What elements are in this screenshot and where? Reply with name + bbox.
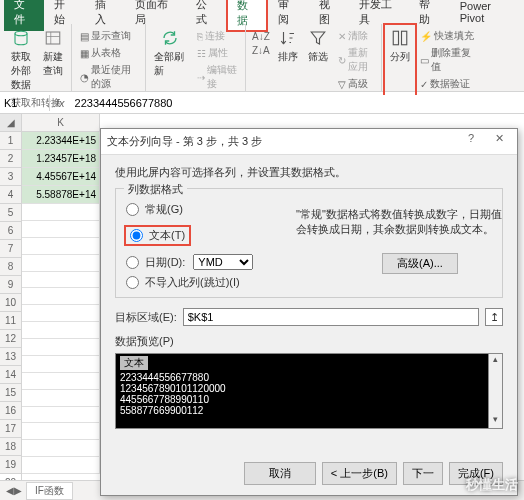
row-header[interactable]: 5 (0, 204, 22, 222)
row-header[interactable]: 19 (0, 456, 22, 474)
get-external-data-button[interactable]: 获取 外部数据 (4, 26, 37, 94)
row-header[interactable]: 8 (0, 258, 22, 276)
row-header[interactable]: 12 (0, 330, 22, 348)
select-all-corner[interactable]: ◢ (0, 114, 22, 132)
preview-scrollbar[interactable]: ▴ ▾ (488, 354, 502, 428)
dialog-help-button[interactable]: ? (459, 132, 483, 152)
cell[interactable] (22, 238, 100, 255)
sort-icon (278, 28, 298, 48)
row-header[interactable]: 1 (0, 132, 22, 150)
cell[interactable]: 2.23344E+15 (22, 132, 100, 150)
radio-skip[interactable] (126, 276, 139, 289)
range-picker-button[interactable]: ↥ (485, 308, 503, 326)
row-header[interactable]: 13 (0, 348, 22, 366)
column-format-legend: 列数据格式 (124, 182, 187, 197)
cell[interactable]: 4.45567E+14 (22, 168, 100, 186)
new-query-button[interactable]: 新建 查询 (39, 26, 67, 94)
formula-input[interactable] (71, 95, 524, 111)
next-button[interactable]: 下一 (403, 462, 443, 485)
row-header[interactable]: 17 (0, 420, 22, 438)
show-query-button[interactable]: ▤显示查询 (78, 28, 139, 44)
back-button[interactable]: < 上一步(B) (322, 462, 397, 485)
sort-label: 排序 (278, 50, 298, 64)
cell[interactable] (22, 407, 100, 424)
radio-date-label: 日期(D): (145, 255, 185, 270)
cell[interactable] (22, 423, 100, 440)
radio-text-row[interactable]: 文本(T) (126, 227, 189, 244)
cell[interactable] (22, 457, 100, 474)
row-header[interactable]: 3 (0, 168, 22, 186)
row-header[interactable]: 6 (0, 222, 22, 240)
flash-fill-button[interactable]: ⚡快速填充 (418, 28, 480, 44)
new-query-label: 新建 查询 (43, 50, 63, 78)
cell[interactable] (22, 255, 100, 272)
dedup-icon: ▭ (420, 55, 429, 66)
from-table-button[interactable]: ▦从表格 (78, 45, 139, 61)
cell[interactable]: 5.58878E+14 (22, 186, 100, 204)
fx-icon[interactable]: fx (50, 97, 71, 109)
target-range-input[interactable] (183, 308, 479, 326)
row-header[interactable]: 11 (0, 312, 22, 330)
recent-sources-button[interactable]: ◔最近使用的源 (78, 62, 139, 92)
sheet-nav-next[interactable]: ▶ (14, 485, 22, 496)
sort-desc-button[interactable]: Z↓A (250, 44, 272, 57)
cell[interactable] (22, 305, 100, 322)
cell[interactable] (22, 272, 100, 289)
radio-text[interactable] (130, 229, 143, 242)
date-format-select[interactable]: YMD (193, 254, 253, 270)
scroll-down-icon[interactable]: ▾ (489, 414, 502, 428)
cell[interactable] (22, 390, 100, 407)
edit-link-icon: ⇢ (197, 72, 205, 83)
sheet-tab[interactable]: IF函数 (26, 482, 73, 500)
cell[interactable]: 1.23457E+18 (22, 150, 100, 168)
advanced-filter-button[interactable]: ▽高级 (336, 76, 375, 92)
cell[interactable] (22, 373, 100, 390)
cell[interactable] (22, 356, 100, 373)
finish-button[interactable]: 完成(F) (449, 462, 503, 485)
preview-column-header: 文本 (120, 356, 148, 370)
scroll-up-icon[interactable]: ▴ (489, 354, 502, 368)
clear-filter-button[interactable]: ✕清除 (336, 28, 375, 44)
sort-asc-button[interactable]: A↓Z (250, 30, 272, 43)
cell[interactable] (22, 440, 100, 457)
reapply-button[interactable]: ↻重新应用 (336, 45, 375, 75)
cell[interactable] (22, 221, 100, 238)
row-header[interactable]: 18 (0, 438, 22, 456)
funnel-icon (308, 28, 328, 48)
row-header[interactable]: 7 (0, 240, 22, 258)
column-header-k[interactable]: K (22, 114, 100, 132)
name-box[interactable]: K1 (0, 95, 50, 111)
cell[interactable] (22, 339, 100, 356)
advanced-button[interactable]: 高级(A)... (382, 253, 458, 274)
remove-duplicates-button[interactable]: ▭删除重复值 (418, 45, 480, 75)
properties-button[interactable]: ☷属性 (195, 45, 239, 61)
filter-button[interactable]: 筛选 (304, 26, 332, 94)
row-header[interactable]: 9 (0, 276, 22, 294)
row-header[interactable]: 14 (0, 366, 22, 384)
connections-button[interactable]: ⎘连接 (195, 28, 239, 44)
row-header[interactable]: 2 (0, 150, 22, 168)
radio-general[interactable] (126, 203, 139, 216)
refresh-all-button[interactable]: 全部刷新 (150, 26, 191, 94)
list-icon: ▤ (80, 31, 89, 42)
row-header[interactable]: 10 (0, 294, 22, 312)
dialog-close-button[interactable]: ✕ (487, 132, 511, 152)
radio-skip-row[interactable]: 不导入此列(跳过)(I) (126, 275, 492, 290)
cell[interactable] (22, 204, 100, 221)
edit-links-button[interactable]: ⇢编辑链接 (195, 62, 239, 92)
row-header[interactable]: 4 (0, 186, 22, 204)
row-header[interactable]: 16 (0, 402, 22, 420)
cell[interactable] (22, 322, 100, 339)
sort-button[interactable]: 排序 (274, 26, 302, 94)
row-header[interactable]: 15 (0, 384, 22, 402)
cell[interactable] (22, 288, 100, 305)
data-validation-button[interactable]: ✓数据验证 (418, 76, 480, 92)
dialog-title: 文本分列向导 - 第 3 步，共 3 步 (107, 134, 262, 149)
cancel-button[interactable]: 取消 (244, 462, 316, 485)
text-to-columns-button[interactable]: 分列 (386, 26, 414, 94)
dialog-titlebar[interactable]: 文本分列向导 - 第 3 步，共 3 步 ? ✕ (101, 129, 517, 155)
radio-date[interactable] (126, 256, 139, 269)
sort-asc-icon: A↓Z (252, 31, 270, 42)
sheet-nav-prev[interactable]: ◀ (6, 485, 14, 496)
link-icon: ⎘ (197, 31, 203, 42)
